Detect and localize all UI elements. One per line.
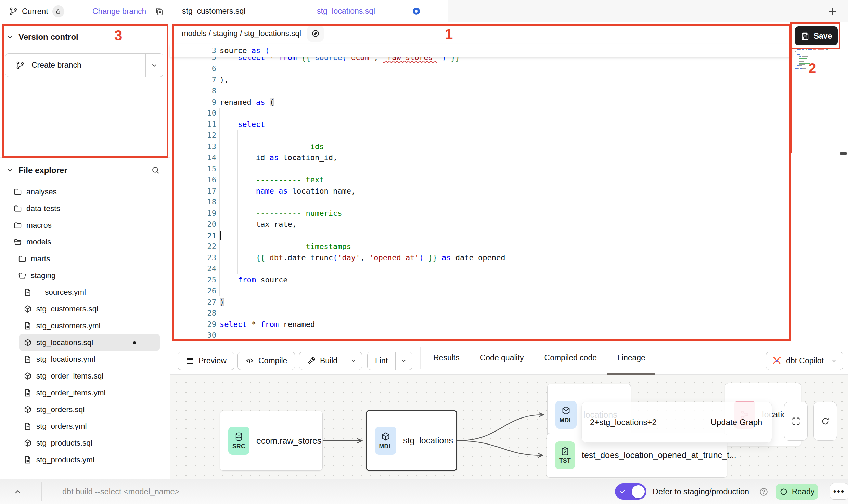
panel-tab-lineage[interactable]: Lineage [617, 341, 645, 375]
file-item-label: stg_products.yml [36, 455, 94, 464]
dbt-copilot-button[interactable]: dbt Copilot [766, 352, 843, 370]
code-line-29[interactable]: 29select * from renamed [170, 319, 792, 330]
update-graph-button[interactable]: Update Graph [701, 402, 772, 442]
panel-tab-results[interactable]: Results [433, 341, 460, 375]
file-item-stg-products-yml[interactable]: stg_products.yml [19, 451, 160, 468]
panel-tab-code-quality[interactable]: Code quality [480, 341, 524, 375]
save-button[interactable]: Save [795, 26, 838, 45]
status-badge[interactable]: Ready [776, 484, 818, 500]
sidebar: Version control Create branch File explo… [0, 23, 170, 479]
file-item-stg-order-items-yml[interactable]: stg_order_items.yml [19, 384, 160, 401]
code-line-22[interactable]: 22---------- timestamps [170, 241, 792, 252]
line-number: 27 [170, 296, 216, 308]
file-item-stg-orders-yml[interactable]: stg_orders.yml [19, 418, 160, 435]
code-editor[interactable]: 5select * from {{ source('ecom', 'raw_st… [170, 44, 792, 341]
cube-icon [381, 432, 391, 442]
plus-icon[interactable] [827, 6, 838, 16]
file-item-label: stg_locations.yml [36, 355, 95, 364]
bottom-panel-toolbar: Preview Compile Build Lint ResultsCode q… [170, 341, 848, 375]
file-item-data-tests[interactable]: data-tests [9, 200, 160, 217]
file-explorer-header[interactable]: File explorer [6, 165, 162, 175]
code-line-23[interactable]: 23{{ dbt.date_trunc('day', 'opened_at') … [170, 252, 792, 263]
code-line-13[interactable]: 13---------- ids [170, 141, 792, 152]
lint-button[interactable]: Lint [367, 352, 412, 370]
file-item-stg-locations-sql[interactable]: stg_locations.sql [19, 334, 160, 351]
file-item-analyses[interactable]: analyses [9, 183, 160, 200]
lineage-graph[interactable]: MDL locations locations SRC ecom.raw_sto… [170, 375, 848, 479]
preview-label: Preview [198, 356, 227, 366]
file-item-marts[interactable]: marts [14, 250, 160, 267]
file-item-label: macros [26, 221, 52, 230]
preview-button[interactable]: Preview [178, 352, 234, 370]
fullscreen-button[interactable] [784, 402, 808, 441]
compass-icon[interactable] [307, 25, 324, 42]
copy-icon[interactable] [154, 6, 164, 17]
floppy-icon [801, 31, 810, 40]
file-item-stg-order-items-sql[interactable]: stg_order_items.sql [19, 368, 160, 384]
code-line-7[interactable]: 7), [170, 74, 792, 85]
sticky-scroll-line[interactable]: 3 source as ( [170, 44, 792, 57]
file-item-stg-customers-sql[interactable]: stg_customers.sql [19, 301, 160, 317]
refresh-button[interactable] [813, 402, 837, 441]
code-line-17[interactable]: 17name as location_name, [170, 185, 792, 197]
model-badge: MDL [555, 401, 577, 429]
create-branch-label: Create branch [31, 61, 81, 70]
command-input[interactable] [62, 484, 576, 500]
code-line-26[interactable]: 26 [170, 285, 792, 296]
code-line-18[interactable]: 18 [170, 196, 792, 208]
code-line-16[interactable]: 16---------- text [170, 174, 792, 185]
file-item-stg-customers-yml[interactable]: stg_customers.yml [19, 317, 160, 334]
code-line-25[interactable]: 25from source [170, 274, 792, 286]
code-line-19[interactable]: 19---------- numerics [170, 208, 792, 219]
ellipsis-icon[interactable]: ••• [830, 483, 848, 500]
code-line-6[interactable]: 6 [170, 63, 792, 74]
code-line-24[interactable]: 24 [170, 263, 792, 274]
file-item-models[interactable]: models [9, 234, 160, 250]
lineage-selector-input[interactable] [582, 402, 701, 442]
code-line-21[interactable]: 21 [170, 230, 792, 241]
defer-toggle[interactable] [615, 483, 646, 500]
file-item-label: stg_orders.yml [36, 422, 87, 431]
code-line-11[interactable]: 11select [170, 119, 792, 130]
build-dropdown[interactable] [345, 352, 362, 370]
lineage-node-ecom-raw-stores[interactable]: SRC ecom.raw_stores [220, 411, 323, 471]
build-button[interactable]: Build [299, 352, 362, 370]
code-line-15[interactable]: 15 [170, 163, 792, 174]
compile-button[interactable]: Compile [237, 352, 295, 370]
code-line-20[interactable]: 20tax_rate, [170, 218, 792, 230]
version-control-header[interactable]: Version control [6, 32, 78, 42]
node-label: ecom.raw_stores [256, 436, 321, 446]
minimap[interactable] [795, 49, 832, 71]
create-branch-dropdown[interactable] [145, 54, 163, 77]
create-branch-button[interactable]: Create branch [5, 53, 163, 77]
tab-stg-locations[interactable]: stg_locations.sql [308, 0, 448, 22]
code-line-30[interactable]: 30 [170, 330, 792, 341]
lint-dropdown[interactable] [395, 352, 412, 370]
file-item--sources-yml[interactable]: __sources.yml [19, 284, 160, 301]
right-rail [839, 23, 848, 349]
chevron-up-icon[interactable] [13, 487, 23, 497]
line-number: 21 [170, 230, 216, 241]
file-item-label: stg_locations.sql [36, 338, 93, 347]
code-line-12[interactable]: 12 [170, 130, 792, 141]
lineage-node-stg-locations[interactable]: MDL stg_locations [366, 410, 457, 471]
file-item-staging[interactable]: staging [14, 267, 160, 284]
file-item-stg-orders-sql[interactable]: stg_orders.sql [19, 401, 160, 418]
code-line-9[interactable]: 9renamed as ( [170, 96, 792, 108]
code-line-14[interactable]: 14id as location_id, [170, 152, 792, 163]
panel-resize-handle[interactable] [840, 152, 847, 155]
file-item-label: staging [31, 271, 56, 280]
code-line-27[interactable]: 27) [170, 296, 792, 308]
change-branch-link[interactable]: Change branch [92, 0, 146, 23]
file-item-stg-products-sql[interactable]: stg_products.sql [19, 435, 160, 451]
panel-tab-compiled-code[interactable]: Compiled code [544, 341, 597, 375]
file-item-stg-locations-yml[interactable]: stg_locations.yml [19, 351, 160, 368]
file-item-macros[interactable]: macros [9, 217, 160, 234]
search-icon[interactable] [151, 165, 160, 175]
code-line-8[interactable]: 8 [170, 85, 792, 96]
tab-stg-customers[interactable]: stg_customers.sql [170, 0, 308, 22]
current-branch-indicator[interactable]: Current [9, 0, 64, 23]
question-icon[interactable] [759, 487, 768, 496]
code-line-10[interactable]: 10 [170, 107, 792, 119]
code-line-28[interactable]: 28 [170, 307, 792, 319]
